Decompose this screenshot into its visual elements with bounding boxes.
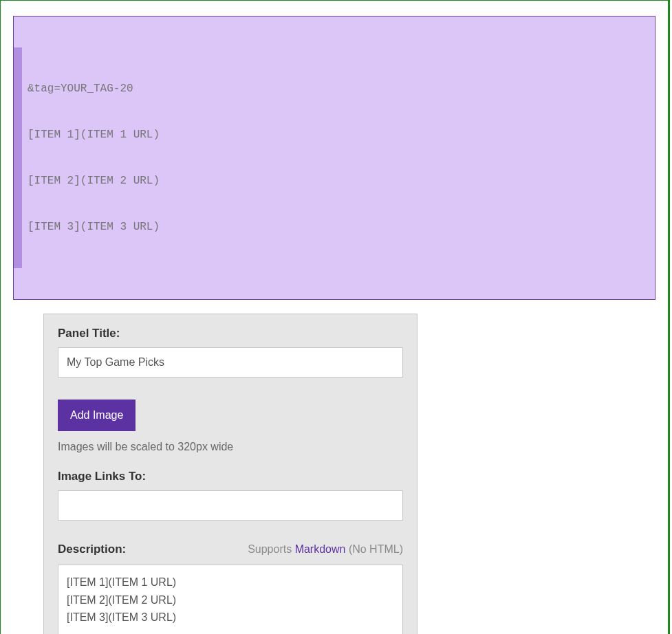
code-line: &tag=YOUR_TAG-20 [28,81,649,96]
code-line: [ITEM 1](ITEM 1 URL) [28,127,649,142]
code-gutter [14,47,22,268]
supports-prefix: Supports [248,543,294,555]
image-links-to-label: Image Links To: [58,470,403,483]
image-links-to-input[interactable] [58,490,403,521]
image-scale-hint: Images will be scaled to 320px wide [58,441,403,453]
edit-panel: Panel Title: Add Image Images will be sc… [43,314,418,634]
panel-title-label: Panel Title: [58,327,403,340]
page-container: &tag=YOUR_TAG-20 [ITEM 1](ITEM 1 URL) [I… [0,0,670,634]
panel-title-input[interactable] [58,347,403,378]
markdown-link[interactable]: Markdown [295,543,346,555]
description-label: Description: [58,543,126,556]
code-snippet: &tag=YOUR_TAG-20 [ITEM 1](ITEM 1 URL) [I… [13,16,655,300]
supports-suffix: (No HTML) [345,543,403,555]
add-image-button[interactable]: Add Image [58,400,136,431]
description-textarea[interactable] [58,565,403,634]
markdown-support-note: Supports Markdown (No HTML) [248,543,403,556]
code-line: [ITEM 3](ITEM 3 URL) [28,219,649,234]
code-line: [ITEM 2](ITEM 2 URL) [28,173,649,188]
